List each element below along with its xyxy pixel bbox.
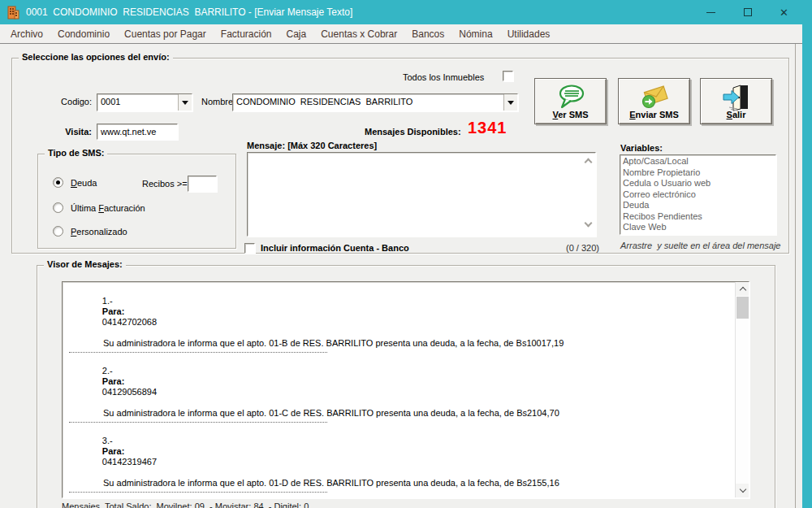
variable-item[interactable]: Nombre Propietario [623, 167, 775, 179]
nombre-combobox[interactable]: CONDOMINIO RESIDENCIAS BARRILITO [232, 93, 518, 111]
scroll-down-icon[interactable] [585, 219, 593, 228]
building-app-icon [6, 6, 20, 20]
envelope-send-icon [638, 84, 671, 110]
minimize-icon [706, 12, 715, 13]
menu-item[interactable]: Utilidades [500, 25, 558, 43]
tipo-sms-groupbox: Tipo de SMS: Deuda Recibos >= Última Fac… [37, 154, 236, 249]
sms-message: 2.- Para: 04129056894 Su administradora … [67, 355, 735, 423]
enviar-sms-button[interactable]: Enviar SMS [618, 78, 690, 124]
scroll-down-button[interactable] [736, 484, 749, 497]
app-window: 0001 CONDOMINIO RESIDENCIAS BARRILITO - … [0, 0, 802, 508]
message-separator [69, 352, 327, 353]
window-title: 0001 CONDOMINIO RESIDENCIAS BARRILITO - … [26, 7, 352, 18]
message-separator [69, 492, 327, 493]
drag-hint: Arrastre y suelte en el área del mensaje [620, 241, 781, 250]
ver-sms-button[interactable]: Ver SMS [534, 78, 607, 124]
nombre-dropdown-button[interactable] [503, 94, 517, 111]
chevron-down-icon [739, 486, 745, 493]
menu-item[interactable]: Bancos [404, 25, 451, 43]
scroll-up-button[interactable] [736, 282, 749, 296]
variable-item[interactable]: Clave Web [623, 222, 775, 233]
recibos-label: Recibos >= [142, 179, 188, 189]
scroll-up-icon[interactable] [585, 158, 593, 167]
options-groupbox: Seleccione las opciones del envío: Todos… [11, 58, 789, 254]
scrollbar-thumb[interactable] [736, 297, 749, 319]
menu-item[interactable]: Archivo [3, 25, 50, 43]
menu-item[interactable]: Facturación [214, 25, 279, 43]
visita-input[interactable]: www.qt.net.ve [97, 124, 178, 140]
message-body: Su administradora le informa que el apto… [103, 408, 735, 419]
variable-item[interactable]: Deuda [623, 200, 775, 211]
message-phone: 04142702068 [102, 317, 157, 327]
menu-item[interactable]: Nómina [451, 25, 499, 43]
message-separator [69, 422, 327, 423]
menu-item[interactable]: Cuentas x Cobrar [313, 25, 404, 43]
minimize-button[interactable] [693, 0, 729, 24]
visor-status-line: Mensajes Total Saldo: Movilnet: 09 - Mov… [62, 501, 309, 508]
sms-message: 3.- Para: 04142319467 Su administradora … [67, 425, 735, 493]
variables-listbox: Apto/Casa/LocalNombre PropietarioCedula … [620, 154, 776, 235]
nombre-value: CONDOMINIO RESIDENCIAS BARRILITO [233, 94, 503, 111]
ver-sms-label: Ver SMS [552, 110, 588, 119]
mensaje-label: Mensaje: [Máx 320 Caracteres] [247, 141, 377, 150]
title-bar[interactable]: 0001 CONDOMINIO RESIDENCIAS BARRILITO - … [0, 0, 802, 24]
menu-item[interactable]: Condominio [50, 25, 117, 43]
personalizado-radio[interactable] [53, 226, 63, 237]
recibos-input[interactable] [188, 176, 217, 192]
todos-inmuebles-label: Todos los Inmuebles [403, 72, 484, 82]
message-body: Su administradora le informa que el apto… [103, 338, 735, 349]
incluir-cuenta-banco-checkbox[interactable] [244, 243, 255, 254]
para-label: Para: [102, 446, 125, 456]
maximize-icon [744, 8, 752, 16]
window-frame-line [795, 44, 796, 508]
personalizado-radio-label: Personalizado [71, 227, 127, 237]
message-number: 2.- [102, 366, 113, 376]
enviar-sms-label: Enviar SMS [629, 110, 679, 119]
sms-list-content: 1.- Para: 04142702068 Su administradora … [63, 282, 735, 497]
message-number: 1.- [102, 296, 113, 306]
char-counter: (0 / 320) [566, 243, 599, 253]
sms-list: 1.- Para: 04142702068 Su administradora … [62, 281, 749, 498]
tipo-sms-title: Tipo de SMS: [45, 148, 107, 158]
speech-bubble-icon [555, 84, 586, 110]
close-button[interactable]: ✕ [766, 0, 802, 24]
variable-item[interactable]: Cedula o Usuario web [623, 178, 775, 189]
maximize-button[interactable] [729, 0, 766, 24]
message-body: Su administradora le informa que el apto… [103, 478, 735, 488]
variable-item[interactable]: Recibos Pendientes [623, 211, 775, 223]
variable-item[interactable]: Apto/Casa/Local [623, 156, 775, 167]
message-phone: 04129056894 [102, 387, 157, 397]
mensajes-disponibles-value: 1341 [468, 119, 508, 137]
codigo-dropdown-button[interactable] [178, 94, 192, 111]
deuda-radio-label: Deuda [71, 178, 97, 188]
mensaje-textarea[interactable] [247, 152, 596, 237]
todos-inmuebles-checkbox[interactable] [503, 71, 513, 81]
options-group-title: Seleccione las opciones del envío: [19, 52, 173, 62]
codigo-value: 0001 [97, 94, 178, 111]
message-phone: 04142319467 [102, 457, 157, 467]
variables-title: Variables: [620, 143, 663, 153]
deuda-radio[interactable] [53, 177, 63, 188]
visor-groupbox: Visor de Mesajes: 1.- Para: 04142702068 … [37, 265, 775, 508]
menu-item[interactable]: Cuentas por Pagar [117, 25, 214, 43]
visita-label: Visita: [51, 127, 92, 137]
sms-message: 4.- Para: 04142430300 Su administradora … [67, 495, 735, 497]
menu-item[interactable]: Caja [279, 25, 314, 43]
variable-item[interactable]: Correo electrónico [623, 189, 775, 201]
chevron-up-icon [739, 287, 745, 293]
menu-bar: ArchivoCondominioCuentas por PagarFactur… [0, 24, 802, 44]
para-label: Para: [102, 376, 125, 386]
mensajes-disponibles-label: Mensajes Disponibles: [365, 127, 461, 137]
ultima-facturacion-radio[interactable] [53, 202, 63, 213]
codigo-combobox[interactable]: 0001 [97, 93, 192, 111]
para-label: Para: [102, 306, 125, 316]
visor-scrollbar[interactable] [735, 282, 749, 497]
nombre-label: Nombre: [201, 97, 235, 106]
close-icon: ✕ [780, 7, 788, 19]
exit-door-icon [721, 84, 752, 111]
ultima-facturacion-radio-label: Última Facturación [71, 203, 145, 213]
sms-message: 1.- Para: 04142702068 Su administradora … [67, 285, 735, 353]
incluir-cuenta-banco-label: Incluir información Cuenta - Banco [261, 243, 409, 253]
message-number: 3.- [102, 436, 113, 445]
salir-button[interactable]: Salir [700, 78, 772, 124]
